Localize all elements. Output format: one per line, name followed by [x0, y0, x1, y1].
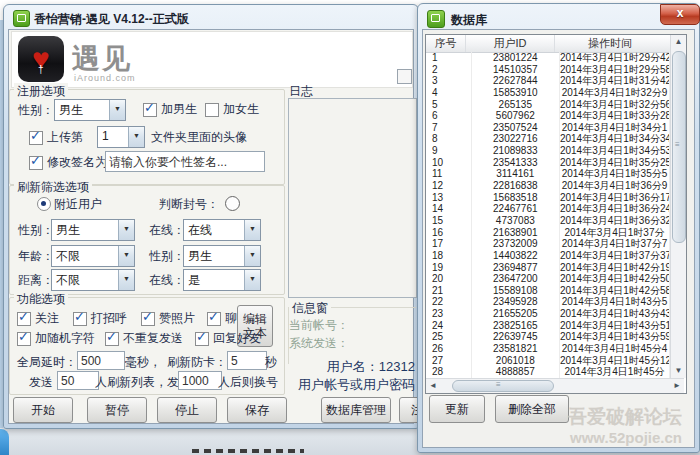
table-row[interactable]: 13156835182014年3月4日1时36分17 [426, 192, 670, 204]
scroll-right-icon[interactable]: ► [670, 379, 684, 393]
chevron-down-icon[interactable]: ▼ [118, 270, 134, 290]
database-table: 序号 用户ID 操作时间 1238012242014年3月4日1时29分4221… [425, 34, 687, 394]
column-header-time[interactable]: 操作时间 [555, 35, 665, 52]
save-button[interactable]: 保存 [227, 397, 287, 423]
filter-online2-select[interactable]: 是▼ [183, 269, 261, 291]
table-row[interactable]: 1547370832014年3月4日1时36分32 [426, 215, 670, 227]
table-row[interactable]: 16216389012014年3月4日1时37分 [426, 227, 670, 239]
table-row[interactable]: 656079622014年3月4日1时33分28 [426, 110, 670, 122]
checkbox-upload-avatar[interactable]: 上传第 [29, 129, 83, 146]
checkbox-random-chars[interactable]: 加随机字符 [17, 330, 95, 347]
table-row[interactable]: 19236948772014年3月4日1时42分19 [426, 262, 670, 274]
table-cell: 16 [426, 227, 472, 239]
checkbox-add-male[interactable]: 加男生 [143, 101, 197, 118]
update-button[interactable]: 更新 [429, 395, 485, 423]
table-row[interactable]: 9210898332014年3月4日1时34分53 [426, 145, 670, 157]
db-manage-button[interactable]: 数据库管理 [321, 397, 391, 423]
table-row[interactable]: 25226397452014年3月4日1时43分59 [426, 331, 670, 343]
table-row[interactable]: 21155891082014年3月4日1时42分58 [426, 285, 670, 297]
checkbox-follow[interactable]: 关注 [17, 310, 59, 327]
table-cell: 23694877 [472, 262, 560, 274]
table-row[interactable]: 12228168382014年3月4日1时36分9 [426, 180, 670, 192]
app-icon [13, 10, 30, 27]
signature-input[interactable]: 请输入你要个性签名... [105, 151, 265, 172]
db-table-body[interactable]: 1238012242014年3月4日1时29分422145103572014年3… [426, 52, 670, 378]
chevron-down-icon[interactable]: ▼ [244, 246, 260, 266]
table-cell: 27 [426, 355, 472, 367]
checkbox-greet[interactable]: 打招呼 [73, 310, 127, 327]
table-row[interactable]: 23216552052014年3月4日1时43分43 [426, 308, 670, 320]
table-header[interactable]: 序号 用户ID 操作时间 [426, 35, 670, 53]
filter-distance-select[interactable]: 不限▼ [51, 269, 135, 291]
chevron-down-icon[interactable]: ▼ [128, 127, 144, 147]
checkbox-like-photo[interactable]: 赞照片 [141, 310, 195, 327]
table-row[interactable]: 3226278442014年3月4日1时31分42 [426, 75, 670, 87]
table-cell: 2014年3月4日1时43分51 [560, 320, 670, 332]
close-button[interactable]: x [660, 4, 700, 25]
chevron-down-icon[interactable]: ▼ [118, 246, 134, 266]
scroll-down-icon[interactable]: ▼ [671, 364, 686, 378]
pause-button[interactable]: 暂停 [87, 397, 147, 423]
horizontal-scroll-thumb[interactable] [452, 380, 554, 392]
filter-gender-select[interactable]: 男生▼ [51, 219, 135, 241]
chevron-down-icon[interactable]: ▼ [118, 220, 134, 240]
table-cell: 15589108 [472, 285, 560, 297]
table-cell: 2014年3月4日1时29分42 [560, 52, 670, 64]
table-row[interactable]: 10235413332014年3月4日1时35分25 [426, 157, 670, 169]
check-icon [195, 332, 209, 346]
log-listbox[interactable] [288, 98, 417, 298]
table-row[interactable]: 18144038222014年3月4日1时37分37 [426, 250, 670, 262]
table-cell: 23 [426, 308, 472, 320]
table-row[interactable]: 8230227162014年3月4日1时34分34 [426, 133, 670, 145]
anti-stuck-label: 刷新防卡： [167, 354, 227, 371]
chevron-down-icon[interactable]: ▼ [244, 220, 260, 240]
filter-online-select[interactable]: 在线▼ [183, 219, 261, 241]
delay-input[interactable]: 500 [77, 351, 125, 370]
clipped-text-fragment [192, 449, 304, 453]
scroll-left-icon[interactable]: ◄ [426, 379, 440, 393]
chevron-down-icon[interactable]: ▼ [109, 100, 125, 120]
vertical-scrollbar[interactable]: ▲ ≡ ▼ [670, 35, 686, 378]
table-cell: 2014年3月4日1时42分19 [560, 262, 670, 274]
table-cell: 2014年3月4日1时36分24 [560, 203, 670, 215]
table-row[interactable]: 2145103572014年3月4日1时29分58 [426, 64, 670, 76]
table-row[interactable]: 2848888572014年3月4日1时45分 [426, 366, 670, 378]
checkbox-no-repeat-send[interactable]: 不重复发送 [105, 330, 183, 347]
checkbox-modify-signature[interactable]: 修改签名为 [29, 154, 107, 171]
upload-folder-select[interactable]: 1▼ [97, 126, 145, 148]
scroll-up-icon[interactable]: ▲ [671, 35, 686, 49]
table-row[interactable]: 1131141612014年3月4日1时35分5 [426, 168, 670, 180]
table-row[interactable]: 14224677612014年3月4日1时36分24 [426, 203, 670, 215]
table-row[interactable]: 22234959282014年3月4日1时43分5 [426, 296, 670, 308]
stop-button[interactable]: 停止 [157, 397, 217, 423]
gender-select[interactable]: 男生▼ [54, 99, 126, 121]
filter-group-legend: 刷新筛选选项 [14, 179, 92, 196]
checkbox-add-female[interactable]: 加女生 [205, 101, 259, 118]
table-row[interactable]: 4158539102014年3月4日1时32分9 [426, 87, 670, 99]
table-cell: 2014年3月4日1时36分17 [560, 192, 670, 204]
table-row[interactable]: 7235075242014年3月4日1时34分1 [426, 122, 670, 134]
table-cell: 23022716 [472, 133, 560, 145]
send-count-input[interactable]: 50 [57, 371, 99, 390]
table-cell: 15683518 [472, 192, 560, 204]
table-row[interactable]: 17237320092014年3月4日1时37分7 [426, 238, 670, 250]
column-header-userid[interactable]: 用户ID [466, 35, 555, 52]
switch-count-input[interactable]: 1000 [178, 371, 222, 390]
table-row[interactable]: 1238012242014年3月4日1时29分42 [426, 52, 670, 64]
column-header-index[interactable]: 序号 [426, 35, 466, 52]
horizontal-scrollbar[interactable]: ◄ ≡ ► [426, 378, 684, 393]
filter-age-select[interactable]: 不限▼ [51, 245, 135, 267]
table-row[interactable]: 2720610182014年3月4日1时45分12 [426, 355, 670, 367]
table-cell: 23732009 [472, 238, 560, 250]
table-row[interactable]: 24238251652014年3月4日1时43分51 [426, 320, 670, 332]
table-row[interactable]: 20236472002014年3月4日1时42分50 [426, 273, 670, 285]
chevron-down-icon[interactable]: ▼ [244, 270, 260, 290]
start-button[interactable]: 开始 [13, 397, 73, 423]
table-row[interactable]: 52651352014年3月4日1时32分56 [426, 99, 670, 111]
table-cell: 23825165 [472, 320, 560, 332]
radio-nearby-users[interactable] [37, 197, 51, 211]
filter-gender2-select[interactable]: 男生▼ [183, 245, 261, 267]
table-cell: 10 [426, 157, 472, 169]
checkbox-reply-friend[interactable]: 回复好友 [195, 330, 261, 347]
table-row[interactable]: 26235818212014年3月4日1时45分4 [426, 343, 670, 355]
